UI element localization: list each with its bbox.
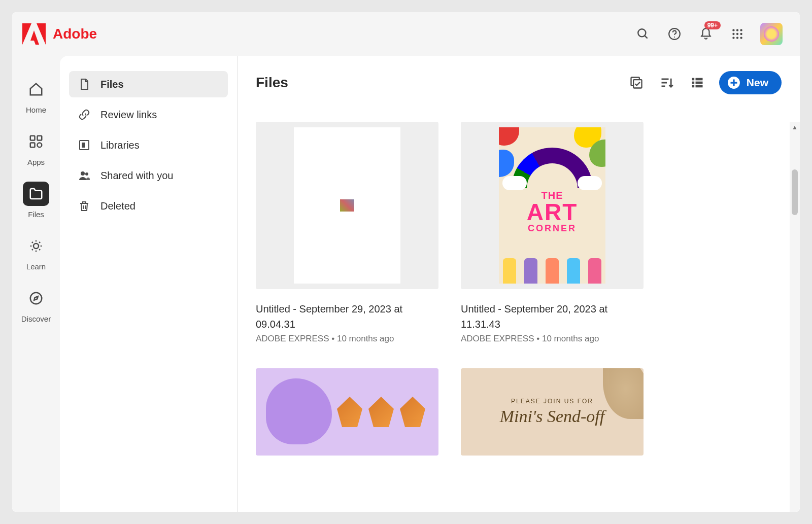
files-grid: Untitled - September 29, 2023 at 09.04.3… [256, 122, 771, 456]
side-nav-deleted[interactable]: Deleted [69, 193, 228, 219]
new-button-label: New [747, 77, 768, 89]
file-card[interactable]: PLEASE JOIN US FOR Mini's Send-off [461, 368, 644, 456]
thumbnail-text: ART [527, 200, 578, 224]
svg-rect-32 [692, 82, 694, 84]
file-card[interactable]: THE ART CORNER [461, 122, 644, 344]
svg-point-6 [740, 29, 742, 31]
topbar: Adobe 99+ [12, 12, 800, 56]
side-nav-files[interactable]: Files [69, 71, 228, 97]
thumbnail-text: Mini's Send-off [500, 407, 605, 426]
link-icon [78, 109, 90, 121]
svg-point-18 [30, 293, 42, 304]
file-meta: ADOBE EXPRESS • 10 months ago [256, 334, 438, 344]
avatar[interactable] [760, 23, 783, 45]
file-thumbnail [256, 368, 438, 456]
svg-rect-33 [692, 85, 694, 88]
svg-rect-34 [695, 78, 702, 81]
svg-marker-19 [34, 296, 38, 300]
brand[interactable]: Adobe [22, 23, 97, 45]
svg-point-10 [732, 37, 734, 39]
brand-text: Adobe [53, 26, 97, 42]
topbar-actions: 99+ [634, 23, 783, 45]
rail-item-discover[interactable]: Discover [21, 286, 51, 323]
svg-point-9 [740, 33, 742, 35]
rail-item-learn[interactable]: Learn [23, 234, 49, 271]
sort-icon[interactable] [658, 74, 675, 91]
file-thumbnail [256, 122, 438, 289]
svg-point-11 [736, 37, 738, 39]
scrollbar-thumb[interactable] [792, 169, 798, 215]
adobe-logo-icon [22, 23, 46, 45]
svg-rect-21 [82, 143, 85, 148]
list-view-icon[interactable] [689, 74, 706, 91]
side-nav-label: Review links [100, 109, 157, 121]
side-nav-shared[interactable]: Shared with you [69, 162, 228, 189]
file-title: Untitled - September 29, 2023 at 09.04.3… [256, 301, 438, 332]
side-nav-label: Files [100, 79, 124, 90]
svg-rect-14 [38, 136, 42, 141]
file-thumbnail: PLEASE JOIN US FOR Mini's Send-off [461, 368, 644, 456]
svg-point-3 [674, 37, 675, 38]
rail-item-files[interactable]: Files [23, 182, 49, 219]
scroll-up-icon[interactable]: ▲ [792, 124, 798, 131]
svg-rect-15 [30, 143, 35, 148]
svg-point-22 [81, 171, 85, 176]
rail-label: Files [28, 210, 44, 219]
side-nav: Files Review links Libraries Shared with… [60, 56, 238, 512]
rail-item-home[interactable]: Home [23, 77, 49, 114]
file-card[interactable] [256, 368, 438, 456]
svg-point-23 [85, 172, 88, 176]
svg-rect-35 [695, 82, 702, 84]
new-button[interactable]: New [719, 71, 782, 94]
left-rail: Home Apps Files Learn [12, 56, 60, 512]
home-icon [23, 77, 49, 101]
svg-point-8 [736, 33, 738, 35]
trash-icon [78, 200, 90, 212]
rail-label: Discover [21, 315, 51, 323]
thumbnail-text: CORNER [527, 224, 578, 233]
side-nav-libraries[interactable]: Libraries [69, 132, 228, 158]
libraries-icon [78, 139, 90, 151]
svg-point-17 [33, 243, 39, 249]
rail-label: Learn [26, 262, 46, 271]
notifications-badge: 99+ [704, 21, 721, 29]
svg-rect-13 [30, 136, 35, 141]
scrollbar[interactable]: ▲ [790, 122, 800, 512]
side-nav-review-links[interactable]: Review links [69, 101, 228, 128]
side-nav-label: Shared with you [100, 170, 173, 182]
rail-item-apps[interactable]: Apps [23, 129, 49, 166]
file-title: Untitled - September 20, 2023 at 11.31.4… [461, 301, 644, 332]
search-icon[interactable] [634, 25, 652, 43]
shared-icon [78, 169, 90, 182]
svg-point-5 [736, 29, 738, 31]
svg-point-16 [38, 143, 42, 148]
thumbnail-text: PLEASE JOIN US FOR [511, 398, 593, 405]
rail-label: Home [26, 106, 46, 114]
svg-rect-31 [692, 78, 694, 81]
apps-grid-icon[interactable] [729, 25, 746, 43]
svg-point-4 [732, 29, 734, 31]
folder-icon [23, 182, 49, 206]
svg-line-1 [645, 36, 647, 38]
side-nav-label: Deleted [100, 200, 136, 212]
notifications-icon[interactable]: 99+ [697, 25, 715, 43]
content-header: Files New [256, 71, 782, 94]
compass-icon [23, 286, 49, 310]
svg-point-0 [638, 29, 646, 37]
page-title: Files [256, 75, 288, 91]
svg-point-7 [732, 33, 734, 35]
file-card[interactable]: Untitled - September 29, 2023 at 09.04.3… [256, 122, 438, 344]
side-nav-label: Libraries [100, 139, 140, 151]
select-mode-icon[interactable] [628, 74, 645, 91]
help-icon[interactable] [666, 25, 683, 43]
svg-rect-36 [695, 85, 702, 88]
svg-point-12 [740, 37, 742, 39]
file-icon [78, 78, 90, 90]
file-thumbnail: THE ART CORNER [461, 122, 644, 289]
rail-label: Apps [27, 158, 45, 166]
apps-icon [23, 129, 49, 154]
file-meta: ADOBE EXPRESS • 10 months ago [461, 334, 644, 344]
plus-circle-icon [727, 76, 740, 89]
learn-icon [23, 234, 49, 258]
